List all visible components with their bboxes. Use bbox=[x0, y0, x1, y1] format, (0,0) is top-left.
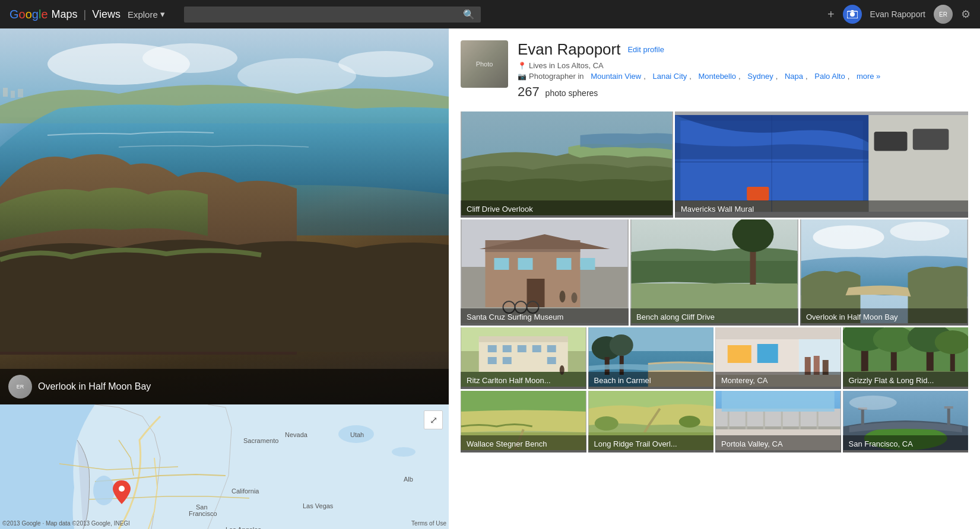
loc-link-montebello[interactable]: Montebello bbox=[699, 72, 737, 81]
map-label-la: Los Angeles bbox=[226, 526, 261, 529]
logo-g: G bbox=[9, 8, 19, 21]
comma4: , bbox=[776, 72, 778, 81]
google-wordmark: Google bbox=[9, 8, 48, 21]
svg-rect-104 bbox=[763, 412, 765, 429]
sf-text: San Francisco, CA bbox=[849, 439, 913, 448]
logo-o2: o bbox=[26, 8, 32, 21]
santa-cruz-label: Santa Cruz Surfing Museum bbox=[461, 308, 629, 326]
santa-cruz-text: Santa Cruz Surfing Museum bbox=[467, 313, 563, 321]
user-avatar[interactable]: ER bbox=[934, 5, 953, 24]
map-label-california: California bbox=[231, 487, 259, 495]
camera-button[interactable] bbox=[843, 5, 862, 24]
wallace-label: Wallace Stegner Bench bbox=[461, 435, 586, 452]
explore-nav[interactable]: Explore ▾ bbox=[128, 9, 165, 20]
portola-text: Portola Valley, CA bbox=[721, 439, 783, 448]
svg-rect-33 bbox=[518, 258, 533, 270]
svg-rect-102 bbox=[728, 412, 730, 429]
svg-rect-32 bbox=[494, 258, 509, 270]
maps-label: Maps bbox=[52, 8, 78, 21]
panorama-view[interactable]: ER Overlook in Half Moon Bay bbox=[0, 28, 449, 404]
svg-rect-9 bbox=[18, 89, 23, 97]
svg-point-115 bbox=[849, 396, 896, 410]
svg-rect-35 bbox=[581, 258, 595, 270]
photo-grizzly-flat[interactable]: Grizzly Flat & Long Rid... bbox=[843, 327, 969, 389]
cliff-overlook-img bbox=[461, 111, 673, 215]
profile-name: Evan Rapoport bbox=[518, 40, 620, 59]
svg-point-41 bbox=[572, 292, 578, 303]
svg-point-15 bbox=[119, 486, 125, 492]
photo-wallace-stegner[interactable]: Wallace Stegner Bench bbox=[461, 391, 586, 452]
svg-rect-7 bbox=[3, 88, 8, 97]
right-panel: Photo Evan Rapoport Edit profile 📍 Lives… bbox=[449, 28, 980, 529]
photo-portola-valley[interactable]: Portola Valley, CA bbox=[715, 391, 841, 452]
loc-link-more[interactable]: more » bbox=[857, 72, 880, 81]
camera-icon-small: 📷 bbox=[518, 72, 527, 81]
divider: | bbox=[84, 8, 87, 21]
map-label-lasvegas: Las Vegas bbox=[303, 502, 333, 509]
comma3: , bbox=[738, 72, 741, 81]
ritz-label: Ritz Carlton Half Moon... bbox=[461, 372, 586, 389]
settings-icon[interactable]: ⚙ bbox=[961, 8, 971, 21]
svg-rect-106 bbox=[799, 412, 801, 429]
explore-label[interactable]: Explore bbox=[128, 9, 158, 20]
user-name[interactable]: Evan Rapoport bbox=[870, 9, 925, 19]
loc-link-napa[interactable]: Napa bbox=[785, 72, 803, 81]
svg-rect-23 bbox=[747, 187, 769, 200]
avatar-placeholder: Photo bbox=[476, 60, 493, 68]
svg-rect-57 bbox=[547, 345, 556, 352]
map-label-alb: Alb bbox=[404, 476, 413, 483]
photo-overlook-half-moon-2[interactable]: Overlook in Half Moon Bay bbox=[800, 219, 968, 326]
loc-link-mountain-view[interactable]: Mountain View bbox=[591, 72, 641, 81]
monterey-text: Monterey, CA bbox=[721, 376, 768, 385]
svg-rect-107 bbox=[817, 412, 819, 429]
svg-rect-22 bbox=[913, 129, 949, 149]
beach-carmel-label: Beach in Carmel bbox=[588, 372, 714, 389]
photo-cliff-drive-overlook[interactable]: Cliff Drive Overlook bbox=[461, 111, 673, 218]
svg-rect-53 bbox=[488, 345, 497, 352]
svg-point-0 bbox=[850, 12, 855, 17]
photo-bench-cliff[interactable]: Bench along Cliff Drive bbox=[630, 219, 798, 326]
search-bar[interactable]: 🔍 bbox=[184, 7, 481, 23]
photo-ritz-carlton[interactable]: Ritz Carlton Half Moon... bbox=[461, 327, 586, 389]
app-header: Google Maps | Views Explore ▾ 🔍 + Evan R… bbox=[0, 0, 980, 28]
map-copyright: ©2013 Google · Map data ©2013 Google, IN… bbox=[2, 520, 130, 527]
bench-cliff-img bbox=[630, 219, 798, 323]
grizzly-label: Grizzly Flat & Long Rid... bbox=[843, 372, 969, 389]
photo-monterey[interactable]: Monterey, CA bbox=[715, 327, 841, 389]
edit-profile-link[interactable]: Edit profile bbox=[627, 45, 664, 54]
svg-rect-34 bbox=[557, 258, 572, 270]
mavericks-label: Mavericks Wall Mural bbox=[675, 200, 968, 218]
photo-mavericks-wall-mural[interactable]: Mavericks Wall Mural bbox=[675, 111, 968, 218]
mavericks-text: Mavericks Wall Mural bbox=[681, 205, 754, 213]
location-icon: 📍 bbox=[518, 62, 527, 70]
svg-rect-21 bbox=[874, 132, 908, 151]
loc-link-palo-alto[interactable]: Palo Alto bbox=[814, 72, 845, 81]
cliff-overlook-text: Cliff Drive Overlook bbox=[467, 205, 533, 213]
photo-beach-carmel[interactable]: Beach in Carmel bbox=[588, 327, 714, 389]
svg-rect-8 bbox=[11, 91, 15, 98]
photo-santa-cruz[interactable]: Santa Cruz Surfing Museum bbox=[461, 219, 629, 326]
half-moon-img bbox=[800, 219, 968, 323]
map-terms[interactable]: Terms of Use bbox=[411, 520, 446, 527]
photo-author-thumb: ER bbox=[8, 375, 32, 399]
logo-e: e bbox=[41, 8, 47, 21]
beach-carmel-text: Beach in Carmel bbox=[594, 376, 651, 385]
search-input[interactable] bbox=[190, 9, 463, 19]
photo-long-ridge[interactable]: Long Ridge Trail Overl... bbox=[588, 391, 714, 452]
search-icon[interactable]: 🔍 bbox=[463, 9, 475, 20]
profile-location: 📍 Lives in Los Altos, CA bbox=[518, 61, 968, 70]
svg-rect-91 bbox=[461, 391, 586, 412]
map-expand-button[interactable]: ⤢ bbox=[424, 410, 443, 429]
map-area[interactable]: Nevada Utah Sacramento California San Fr… bbox=[0, 404, 449, 529]
photo-san-francisco[interactable]: San Francisco, CA bbox=[843, 391, 969, 452]
loc-link-sydney[interactable]: Sydney bbox=[747, 72, 773, 81]
add-icon[interactable]: + bbox=[827, 8, 835, 21]
grizzly-text: Grizzly Flat & Long Rid... bbox=[849, 376, 934, 385]
svg-point-95 bbox=[594, 416, 618, 431]
loc-link-lanai[interactable]: Lanai City bbox=[652, 72, 687, 81]
svg-rect-56 bbox=[532, 345, 541, 352]
svg-point-40 bbox=[560, 291, 566, 302]
profile-avatar: Photo bbox=[461, 40, 508, 88]
monterey-label: Monterey, CA bbox=[715, 372, 841, 389]
mavericks-img bbox=[675, 111, 968, 215]
